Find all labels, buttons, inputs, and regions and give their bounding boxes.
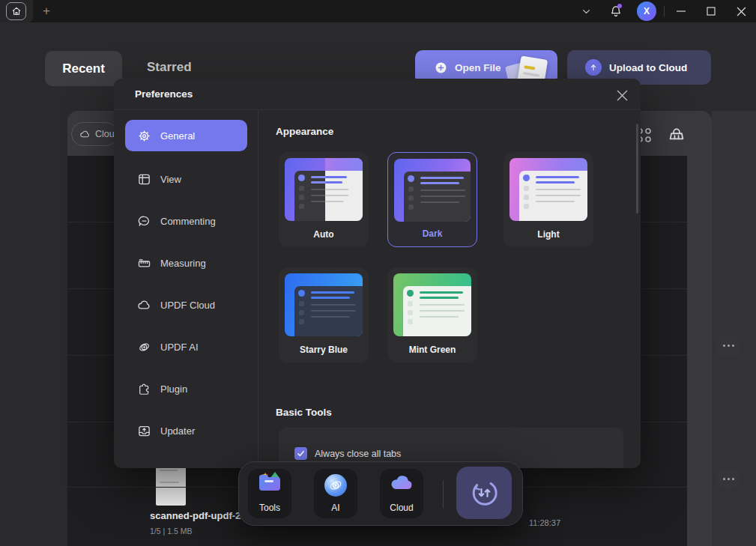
ai-orb-icon <box>324 474 347 497</box>
sidebar-item-label: Measuring <box>160 258 206 269</box>
minimize-button[interactable] <box>666 0 696 22</box>
sidebar-item-label: View <box>160 174 181 185</box>
theme-preview-auto <box>285 158 363 221</box>
theme-label: Mint Green <box>387 345 477 355</box>
app-window: + X <box>0 0 756 546</box>
new-tab-button[interactable]: + <box>40 5 52 17</box>
checkbox-label: Always close all tabs <box>315 449 401 459</box>
dock-ai-button[interactable]: AI <box>314 469 357 518</box>
sidebar-item-label: UPDF AI <box>160 342 199 353</box>
theme-card-mint-green[interactable]: Mint Green <box>387 267 477 363</box>
always-close-all-tabs-checkbox[interactable] <box>294 447 307 460</box>
dock-ai-label: AI <box>314 503 357 513</box>
open-file-label: Open File <box>455 62 501 73</box>
basic-tools-heading: Basic Tools <box>276 407 332 418</box>
theme-preview-light <box>509 158 587 221</box>
theme-label: Dark <box>388 228 477 239</box>
maximize-button[interactable] <box>696 0 726 22</box>
ai-atom-icon <box>137 340 151 354</box>
cloud-icon <box>79 129 91 140</box>
sidebar-item-updater[interactable]: Updater <box>125 415 247 446</box>
theme-preview-dark <box>394 159 471 222</box>
sidebar-item-label: Commenting <box>160 216 216 227</box>
tools-folder-icon: ★ <box>259 474 280 491</box>
notifications-button[interactable] <box>601 0 631 22</box>
home-tab[interactable] <box>0 0 33 22</box>
dock-tools-label: Tools <box>248 503 291 513</box>
cloud-icon <box>137 298 151 312</box>
sidebar-item-label: UPDF Cloud <box>160 300 215 311</box>
dock-cloud-button[interactable]: Cloud <box>380 469 423 518</box>
puzzle-icon <box>137 382 151 396</box>
theme-preview-mint-green <box>393 273 471 336</box>
update-box-icon <box>137 424 151 438</box>
close-icon <box>737 7 746 16</box>
theme-preview-starry-blue <box>285 273 363 336</box>
notification-dot <box>617 4 622 8</box>
sidebar-item-plugin[interactable]: Plugin <box>125 373 247 404</box>
tab-starred[interactable]: Starred <box>147 60 192 75</box>
close-window-button[interactable] <box>726 0 756 22</box>
row-more-button[interactable] <box>717 336 740 356</box>
sidebar-item-commenting[interactable]: Commenting <box>125 205 247 237</box>
upload-label: Upload to Cloud <box>609 62 687 73</box>
dialog-title: Preferences <box>135 88 193 100</box>
titlebar-divider <box>664 6 665 16</box>
file-modified-time: 11:28:37 <box>529 518 560 527</box>
sidebar-item-label: General <box>160 130 195 142</box>
home-button[interactable] <box>6 2 26 20</box>
tab-recent[interactable]: Recent <box>45 51 122 86</box>
bottom-dock: ★ Tools AI <box>238 461 523 526</box>
cloud-gradient-icon <box>390 474 414 492</box>
plus-circle-icon <box>435 61 447 74</box>
sidebar-item-measuring[interactable]: Measuring <box>125 247 247 279</box>
sidebar-item-label: Updater <box>160 425 195 437</box>
avatar[interactable]: X <box>637 1 656 21</box>
ruler-icon <box>137 256 151 270</box>
window-menu-button[interactable] <box>571 0 601 22</box>
dialog-close-button[interactable] <box>612 85 632 105</box>
layout-icon <box>137 172 151 186</box>
theme-card-auto[interactable]: Auto <box>279 152 369 247</box>
sidebar-item-label: Plugin <box>160 383 187 395</box>
dialog-header: Preferences <box>114 79 641 110</box>
clear-broom-icon[interactable] <box>665 122 688 146</box>
cloud-filter-pill[interactable]: Cloud <box>71 122 118 146</box>
preferences-dialog: Preferences General <box>114 79 641 468</box>
theme-label: Light <box>504 229 593 240</box>
chevron-down-icon <box>581 7 591 16</box>
theme-label: Auto <box>279 229 369 240</box>
row-more-button[interactable] <box>717 469 740 489</box>
title-bar: + X <box>0 0 756 22</box>
appearance-heading: Appearance <box>276 126 333 137</box>
file-name: scanned-pdf-updf-2-1 <box>150 510 250 521</box>
theme-label: Starry Blue <box>279 345 369 355</box>
maximize-icon <box>707 7 716 16</box>
arrow-up-circle-icon <box>585 59 602 76</box>
gear-icon <box>137 129 151 143</box>
home-icon <box>11 6 22 16</box>
dock-tools-button[interactable]: ★ Tools <box>248 469 291 518</box>
sidebar-item-general[interactable]: General <box>125 120 247 151</box>
sync-circle-icon <box>468 476 501 509</box>
theme-card-light[interactable]: Light <box>504 152 593 247</box>
dock-divider <box>443 480 444 509</box>
dock-convert-button[interactable] <box>456 467 512 519</box>
dock-cloud-label: Cloud <box>380 503 423 513</box>
sidebar-item-updf-cloud[interactable]: UPDF Cloud <box>125 289 247 321</box>
sidebar-item-view[interactable]: View <box>125 163 247 195</box>
file-meta: 1/5 | 1.5 MB <box>150 527 192 536</box>
theme-card-starry-blue[interactable]: Starry Blue <box>279 267 369 363</box>
minimize-icon <box>677 7 686 16</box>
dialog-scrollbar[interactable] <box>636 124 638 213</box>
comment-icon <box>137 214 151 228</box>
sidebar-item-updf-ai[interactable]: UPDF AI <box>125 331 247 363</box>
dialog-sidebar: General View Commenting <box>114 110 258 468</box>
theme-card-dark[interactable]: Dark <box>387 152 477 247</box>
